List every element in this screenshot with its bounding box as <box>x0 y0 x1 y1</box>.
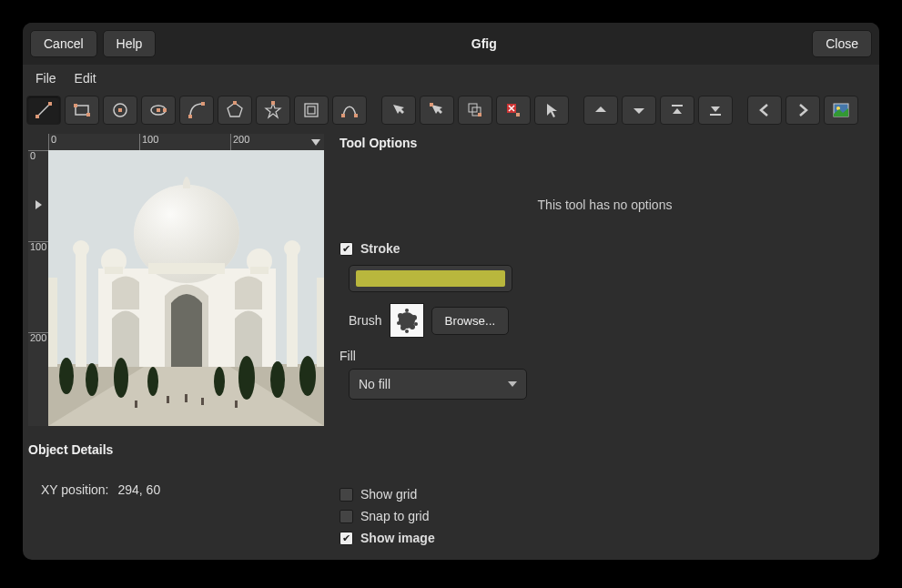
ruler-vertical: 0 100 200 <box>28 150 48 426</box>
svg-point-68 <box>414 322 418 326</box>
ruler-v-tick: 0 <box>28 150 48 160</box>
menubar: File Edit <box>23 65 879 92</box>
tool-move-object[interactable] <box>381 96 416 125</box>
cancel-button[interactable]: Cancel <box>30 30 97 57</box>
svg-rect-12 <box>201 102 205 106</box>
browse-button[interactable]: Browse... <box>431 307 510 335</box>
menu-edit[interactable]: Edit <box>67 67 104 89</box>
svg-marker-13 <box>228 103 242 117</box>
stroke-checkbox[interactable] <box>340 242 353 256</box>
tool-copy-object[interactable] <box>458 96 492 125</box>
canvas[interactable] <box>48 150 324 426</box>
tool-next[interactable] <box>785 96 820 125</box>
fill-label: Fill <box>340 349 870 363</box>
tool-delete-object[interactable] <box>496 96 531 125</box>
tool-raise[interactable] <box>583 96 618 125</box>
tool-arc[interactable] <box>179 96 214 125</box>
grid-options: Show grid Snap to grid Show image <box>340 465 870 549</box>
tool-bezier[interactable] <box>332 96 367 125</box>
tool-select[interactable] <box>534 96 569 125</box>
menu-file[interactable]: File <box>28 67 64 89</box>
svg-rect-24 <box>478 113 481 117</box>
show-grid-row: Show grid <box>340 483 870 505</box>
svg-point-69 <box>405 309 409 312</box>
svg-rect-2 <box>48 102 52 106</box>
help-button[interactable]: Help <box>103 30 157 57</box>
svg-rect-7 <box>118 108 122 112</box>
svg-rect-9 <box>157 108 160 112</box>
tool-line[interactable] <box>26 96 61 125</box>
tool-lower-bottom[interactable] <box>698 96 733 125</box>
svg-point-55 <box>270 361 285 398</box>
svg-rect-47 <box>48 278 57 367</box>
titlebar: Cancel Help Gfig Close <box>23 23 879 65</box>
tool-star[interactable] <box>256 96 290 125</box>
ruler-h-marker <box>311 139 320 146</box>
object-details-heading: Object Details <box>28 442 329 457</box>
close-button[interactable]: Close <box>812 30 872 57</box>
fill-combo[interactable]: No fill <box>349 369 527 400</box>
ruler-v-tick: 100 <box>28 241 48 251</box>
tool-circle[interactable] <box>103 96 137 125</box>
brush-label: Brush <box>349 313 382 328</box>
tool-spiral[interactable] <box>294 96 329 125</box>
svg-rect-17 <box>305 104 318 117</box>
svg-rect-4 <box>74 104 77 107</box>
snap-grid-label: Snap to grid <box>360 509 430 523</box>
svg-rect-3 <box>76 106 88 115</box>
show-image-label: Show image <box>360 531 435 545</box>
svg-rect-5 <box>86 113 90 117</box>
show-image-row: Show image <box>340 527 870 549</box>
content: 0 100 200 0 100 200 <box>23 128 879 560</box>
svg-point-46 <box>284 240 300 257</box>
svg-point-70 <box>405 329 409 333</box>
tool-show-all[interactable] <box>824 96 858 125</box>
svg-point-63 <box>398 313 403 319</box>
stroke-color-button[interactable] <box>349 265 512 292</box>
svg-point-32 <box>836 106 840 110</box>
canvas-area: 0 100 200 0 100 200 <box>28 134 324 430</box>
stroke-row: Stroke <box>340 238 870 259</box>
show-grid-label: Show grid <box>360 487 417 502</box>
svg-rect-45 <box>287 250 298 367</box>
svg-point-44 <box>73 240 89 257</box>
svg-point-54 <box>238 356 255 400</box>
xy-label: XY position: <box>41 482 108 497</box>
svg-marker-15 <box>266 103 280 117</box>
svg-rect-60 <box>135 400 137 408</box>
svg-rect-61 <box>235 400 238 408</box>
show-grid-checkbox[interactable] <box>340 488 353 502</box>
ruler-v-tick: 200 <box>28 332 48 342</box>
tool-prev[interactable] <box>747 96 782 125</box>
svg-point-56 <box>299 356 316 396</box>
gfig-window: Cancel Help Gfig Close File Edit <box>23 23 879 560</box>
tool-polygon[interactable] <box>218 96 252 125</box>
tool-rectangle[interactable] <box>65 96 99 125</box>
svg-rect-18 <box>308 106 315 114</box>
ruler-h-tick: 0 <box>48 134 56 150</box>
snap-grid-checkbox[interactable] <box>340 510 353 523</box>
tool-move-point[interactable] <box>420 96 454 125</box>
svg-rect-42 <box>250 267 269 274</box>
svg-rect-28 <box>516 113 520 117</box>
svg-rect-20 <box>354 114 358 117</box>
left-column: 0 100 200 0 100 200 <box>28 134 329 549</box>
svg-point-50 <box>86 363 98 396</box>
brush-row: Brush Browse... <box>349 303 870 338</box>
svg-rect-1 <box>35 115 39 118</box>
tool-ellipse[interactable] <box>141 96 176 125</box>
tool-raise-top[interactable] <box>660 96 694 125</box>
svg-rect-40 <box>105 267 123 274</box>
svg-point-51 <box>114 358 128 398</box>
svg-rect-58 <box>185 394 187 402</box>
stroke-color-swatch <box>356 270 505 287</box>
svg-rect-16 <box>271 101 275 105</box>
svg-point-52 <box>147 367 158 396</box>
ruler-h-tick: 100 <box>139 134 158 150</box>
stroke-label: Stroke <box>360 241 400 256</box>
right-column: Tool Options This tool has no options St… <box>340 134 874 549</box>
show-image-checkbox[interactable] <box>340 532 353 545</box>
tool-lower[interactable] <box>622 96 656 125</box>
brush-preview[interactable] <box>390 303 424 338</box>
tool-options-heading: Tool Options <box>340 136 870 150</box>
